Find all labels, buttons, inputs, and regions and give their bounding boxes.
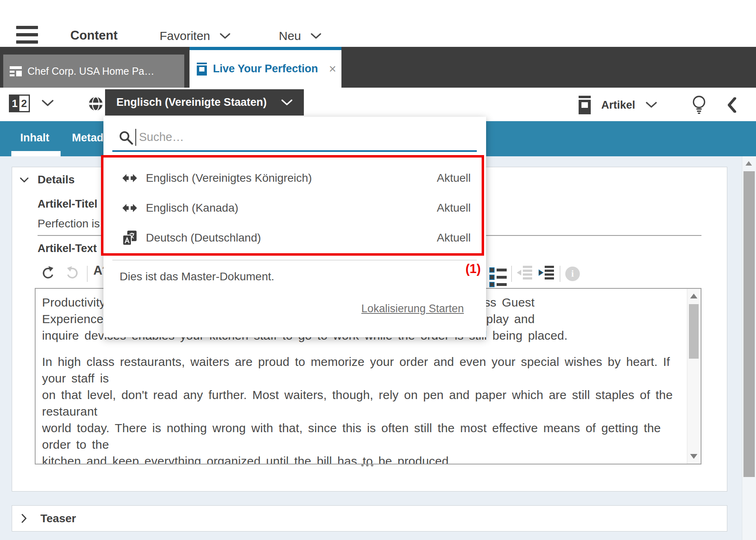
toolbar-separator: [511, 266, 512, 282]
undo-icon[interactable]: [41, 266, 55, 279]
tab-live-your-perfection[interactable]: Live Your Perfection ×: [190, 47, 341, 88]
version-right: 2: [19, 96, 29, 111]
editor-resize-handle[interactable]: [361, 464, 373, 466]
text-cursor: [135, 129, 136, 146]
top-bar: Content Favoriten Neu: [0, 0, 756, 47]
redo-icon[interactable]: [65, 266, 80, 279]
version-left: 1: [10, 96, 19, 111]
status-badge: Aktuell: [437, 172, 471, 185]
teaser-card[interactable]: Teaser: [12, 505, 727, 532]
document-tab-strip: Chef Corp. USA Home Pa… Live Your Perfec…: [0, 47, 756, 88]
article-text-label: Artikel-Text: [38, 242, 97, 255]
annotation-label: (1): [465, 262, 481, 276]
popup-divider: [112, 260, 477, 261]
chevron-down-icon[interactable]: [20, 177, 29, 183]
paragraph: In high class restaurants, waiters are p…: [42, 353, 676, 464]
chevron-down-icon: [220, 33, 230, 39]
lightbulb-icon[interactable]: [691, 95, 707, 114]
tab-inhalt[interactable]: Inhalt: [20, 132, 49, 144]
page-scrollbar[interactable]: [742, 156, 756, 540]
article-title-label: Artikel-Titel: [38, 198, 97, 210]
scrollbar-thumb[interactable]: [743, 171, 755, 477]
chevron-down-icon: [281, 99, 293, 106]
tab-label: Live Your Perfection: [213, 63, 318, 75]
status-badge: Aktuell: [437, 202, 471, 214]
search-icon: [119, 130, 133, 145]
version-widget[interactable]: 1 2: [9, 95, 30, 112]
language-label: Deutsch (Deutschland): [146, 231, 437, 244]
search-input[interactable]: [138, 130, 423, 144]
language-popup: Englisch (Vereinigtes Königreich) Aktuel…: [103, 117, 486, 337]
search-field-underline: [112, 150, 477, 152]
sync-arrows-icon: [122, 204, 137, 212]
toolbar-separator: [560, 266, 560, 282]
menu-favoriten[interactable]: Favoriten: [160, 29, 230, 43]
chevron-down-icon: [311, 33, 321, 39]
start-localization-link[interactable]: Lokalisierung Starten: [361, 303, 464, 315]
master-document-note: Dies ist das Master-Dokument.: [120, 270, 274, 283]
details-section-header[interactable]: Details: [38, 173, 75, 186]
info-icon[interactable]: i: [565, 267, 580, 281]
globe-icon[interactable]: [88, 96, 103, 111]
language-item-english-canada[interactable]: Englisch (Kanada) Aktuell: [103, 193, 486, 223]
language-label: Englisch (Vereinigtes Königreich): [146, 172, 437, 185]
scroll-up-icon[interactable]: [690, 294, 697, 298]
language-item-german[interactable]: Deutsch (Deutschland) Aktuell: [103, 223, 486, 253]
neu-label: Neu: [279, 29, 301, 43]
teaser-section-header: Teaser: [40, 512, 76, 525]
language-label: Englisch (Kanada): [146, 202, 437, 214]
doc-type-label: Artikel: [601, 99, 635, 111]
chevron-right-icon: [21, 514, 27, 523]
article-document-icon: [579, 96, 591, 114]
app-title: Content: [70, 28, 118, 43]
favoriten-label: Favoriten: [160, 29, 210, 43]
chevron-down-icon[interactable]: [42, 100, 54, 107]
close-icon[interactable]: ×: [329, 63, 336, 75]
scrollbar-thumb[interactable]: [689, 304, 699, 359]
menu-neu[interactable]: Neu: [279, 29, 321, 43]
site-page-icon: [10, 66, 22, 76]
article-title-field[interactable]: Perfection is: [38, 217, 100, 230]
tab-label: Chef Corp. USA Home Pa…: [27, 65, 154, 77]
menu-icon[interactable]: [16, 26, 38, 44]
indent-icon[interactable]: [539, 266, 554, 279]
status-badge: Aktuell: [437, 231, 471, 244]
outdent-icon[interactable]: [517, 266, 532, 279]
language-item-english-uk[interactable]: Englisch (Vereinigtes Königreich) Aktuel…: [103, 163, 486, 193]
scroll-up-icon[interactable]: [745, 161, 752, 166]
translate-icon: [122, 231, 137, 246]
scroll-down-icon[interactable]: [690, 454, 697, 459]
bullet-list-icon[interactable]: [489, 267, 507, 287]
sync-arrows-icon: [122, 174, 137, 182]
toolbar-separator: [87, 266, 88, 282]
editor-scrollbar[interactable]: [687, 289, 701, 464]
doc-type-selector[interactable]: Artikel: [579, 96, 657, 114]
chevron-down-icon: [646, 102, 657, 108]
article-document-icon: [197, 63, 207, 76]
collapse-panel-icon[interactable]: [727, 97, 736, 113]
language-button-label: Englisch (Vereinigte Staaten): [116, 96, 267, 109]
tab-chef-corp-home-page[interactable]: Chef Corp. USA Home Pa…: [3, 55, 184, 88]
language-dropdown-button[interactable]: Englisch (Vereinigte Staaten): [105, 89, 304, 116]
active-tab-indicator: [11, 151, 61, 156]
